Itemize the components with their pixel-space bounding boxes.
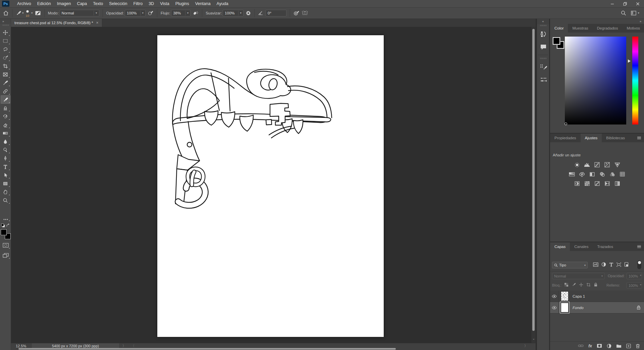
blend-mode-select[interactable]: Normal ▾ (60, 10, 99, 16)
status-menu-chevron-icon[interactable]: 〉 (122, 344, 126, 348)
posterize-icon[interactable] (584, 181, 590, 187)
new-layer-icon[interactable] (626, 344, 631, 348)
hue-saturation-icon[interactable] (569, 171, 575, 177)
rectangular-marquee-tool[interactable] (1, 37, 10, 45)
blur-tool[interactable] (1, 137, 10, 146)
minimize-button[interactable] (606, 0, 619, 7)
hand-tool[interactable] (1, 188, 10, 196)
horizontal-scrollbar-thumb[interactable] (18, 348, 396, 350)
toolbar-grip[interactable] (0, 24, 11, 26)
levels-icon[interactable] (584, 162, 590, 168)
layer-thumbnail[interactable] (561, 291, 569, 301)
tab-bibliotecas[interactable]: Bibliotecas (602, 134, 629, 142)
layer-filter-toggle[interactable] (637, 260, 641, 269)
menu-texto[interactable]: Texto (90, 0, 106, 7)
brushes-panel-icon[interactable] (537, 75, 550, 85)
menu-ventana[interactable]: Ventana (192, 0, 214, 7)
history-brush-tool[interactable] (1, 112, 10, 120)
menu-plugins[interactable]: Plugins (172, 0, 192, 7)
close-button[interactable] (631, 0, 644, 7)
exposure-icon[interactable] (604, 162, 610, 168)
filter-pixel-layers-icon[interactable] (593, 262, 598, 267)
comments-panel-icon[interactable] (537, 42, 550, 52)
filter-smart-objects-icon[interactable] (624, 262, 629, 267)
lock-all-icon[interactable] (594, 283, 598, 287)
quick-mask-mode-button[interactable] (1, 241, 10, 249)
toggle-brush-settings-panel-button[interactable] (35, 10, 41, 16)
delete-layer-trash-icon[interactable] (636, 344, 640, 348)
layer-filter-select[interactable]: Tipo ▾ (552, 262, 588, 268)
menu-edicion[interactable]: Edición (34, 0, 54, 7)
brush-tool-preset[interactable]: ▾ (16, 10, 24, 16)
menu-filtro[interactable]: Filtro (130, 0, 146, 7)
move-tool[interactable] (1, 28, 10, 37)
clone-stamp-tool[interactable] (1, 104, 10, 112)
lock-image-pixels-icon[interactable] (572, 283, 576, 287)
color-lookup-icon[interactable] (619, 171, 626, 177)
black-white-icon[interactable] (589, 171, 595, 177)
layer-blend-mode-select[interactable]: Normal ▾ (552, 273, 605, 279)
tab-motivos[interactable]: Motivos (622, 24, 644, 33)
filter-adjustment-layers-icon[interactable] (601, 262, 606, 267)
eyedropper-tool[interactable] (1, 79, 10, 87)
hue-slider[interactable] (632, 37, 638, 124)
paint-symmetry-butterfly-icon[interactable] (302, 10, 308, 16)
smoothing-options-gear-icon[interactable] (246, 10, 251, 16)
menu-ayuda[interactable]: Ayuda (214, 0, 231, 7)
swap-colors-icon[interactable] (6, 223, 10, 228)
tab-ajustes[interactable]: Ajustes (581, 134, 602, 142)
tab-color[interactable]: Color (550, 24, 568, 33)
crop-tool[interactable] (1, 62, 10, 70)
tab-trazados[interactable]: Trazados (593, 242, 618, 251)
menu-3d[interactable]: 3D (146, 0, 157, 7)
layer-name[interactable]: Fondo (573, 306, 584, 310)
layer-style-fx-icon[interactable]: fx (588, 344, 592, 348)
panel-grip[interactable] (537, 57, 549, 59)
path-selection-tool[interactable] (1, 171, 10, 179)
lock-position-icon[interactable] (579, 283, 583, 287)
panel-menu-icon[interactable] (637, 245, 641, 249)
airbrush-icon[interactable] (193, 10, 199, 16)
opacity-input[interactable]: 100% ▾ (125, 10, 146, 16)
brush-settings-panel-icon[interactable] (537, 62, 550, 72)
toolbar-expand-button[interactable]: » (0, 19, 11, 24)
zoom-tool[interactable] (1, 196, 10, 204)
layer-visibility-eye-icon[interactable] (550, 291, 559, 302)
menu-vista[interactable]: Vista (157, 0, 172, 7)
vertical-scrollbar-thumb[interactable] (532, 29, 535, 331)
layer-thumbnail[interactable] (561, 303, 569, 312)
chevron-down-icon[interactable]: ▾ (31, 12, 33, 14)
gradient-map-icon[interactable] (604, 181, 610, 187)
search-icon[interactable] (621, 10, 626, 16)
edit-toolbar-ellipsis[interactable] (1, 217, 10, 222)
menu-capa[interactable]: Capa (74, 0, 90, 7)
lock-artboard-icon[interactable] (586, 283, 591, 287)
home-button[interactable] (3, 10, 9, 16)
link-layers-icon[interactable] (578, 344, 584, 347)
lasso-tool[interactable] (1, 45, 10, 53)
scroll-right-chevron-icon[interactable]: 〉 (524, 344, 528, 348)
canvas-page[interactable] (157, 35, 384, 337)
pressure-opacity-icon[interactable] (148, 10, 154, 16)
hue-slider-marker[interactable] (628, 59, 631, 63)
canvas-pasteboard[interactable]: ⌄ (11, 27, 536, 343)
vertical-scrollbar[interactable]: ⌄ (531, 27, 536, 343)
menu-archivo[interactable]: Archivo (14, 0, 34, 7)
vibrance-icon[interactable] (614, 162, 621, 168)
pressure-size-icon[interactable] (293, 10, 300, 16)
layer-visibility-eye-icon[interactable] (550, 302, 559, 313)
tab-canales[interactable]: Canales (570, 242, 593, 251)
foreground-background-colors[interactable] (1, 229, 11, 239)
add-layer-mask-icon[interactable] (597, 344, 602, 348)
screen-mode-button[interactable] (1, 251, 10, 259)
scrollbar-down-chevron-icon[interactable]: ⌄ (531, 337, 536, 340)
layer-name[interactable]: Capa 1 (573, 294, 585, 298)
object-selection-tool[interactable] (1, 53, 10, 62)
filter-type-layers-icon[interactable] (609, 262, 613, 267)
color-picker-marker[interactable] (565, 122, 567, 125)
threshold-icon[interactable] (594, 181, 600, 187)
zoom-level-field[interactable]: 12.5% (16, 344, 26, 348)
dodge-tool[interactable] (1, 146, 10, 154)
photo-filter-icon[interactable] (599, 171, 605, 177)
tab-propiedades[interactable]: Propiedades (550, 134, 581, 142)
